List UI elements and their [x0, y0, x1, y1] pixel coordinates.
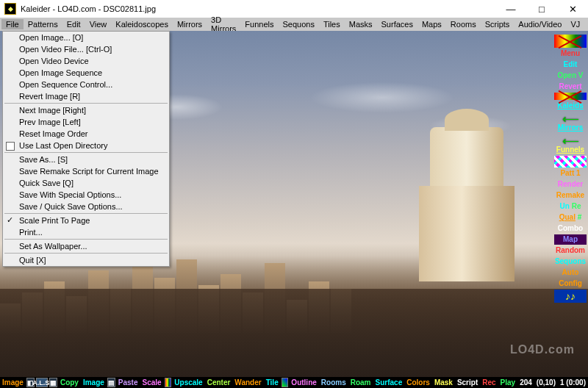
rbtn-patt[interactable]: Patt 1 — [554, 168, 587, 179]
btm-counter: 204 — [517, 378, 534, 387]
file-menu-item[interactable]: Open Video Device — [3, 55, 169, 67]
btm-play[interactable]: Play — [498, 378, 518, 387]
btm-coords: (0,10) — [534, 378, 558, 387]
rbtn-render[interactable]: Render — [554, 179, 587, 190]
rbtn-auto[interactable]: Auto — [554, 267, 587, 278]
menu-audio-video[interactable]: Audio/Video — [514, 19, 566, 29]
menu-separator — [4, 152, 168, 153]
rbtn-open-v[interactable]: Open V — [554, 71, 587, 81]
rbtn-combo[interactable]: Combo — [554, 223, 587, 234]
separator-icon — [554, 93, 587, 100]
minimize-button[interactable]: — — [495, 0, 526, 18]
menu-sequons[interactable]: Sequons — [278, 19, 318, 29]
file-menu-item[interactable]: Set As Wallpaper... — [3, 240, 169, 252]
menu-tiles[interactable]: Tiles — [319, 19, 345, 29]
arrow-left-icon[interactable]: ⟵ — [554, 134, 587, 144]
close-button[interactable]: ✕ — [557, 0, 588, 18]
file-menu-dropdown: Open Image... [O]Open Video File... [Ctr… — [2, 31, 170, 267]
btm-mask[interactable]: Mask — [432, 378, 455, 387]
menu-surfaces[interactable]: Surfaces — [377, 19, 417, 29]
building-tower — [412, 120, 522, 281]
als-icon[interactable]: A.L.S. — [36, 378, 48, 387]
file-menu-item[interactable]: Next Image [Right] — [3, 104, 169, 116]
file-menu-item[interactable]: Quit [X] — [3, 254, 169, 266]
pattern-icon[interactable] — [554, 156, 587, 168]
btm-time: 1 (0:00) — [558, 378, 588, 387]
file-menu-item[interactable]: Open Image... [O] — [3, 32, 169, 43]
file-menu-item[interactable]: Open Video File... [Ctrl-O] — [3, 43, 169, 55]
menu-maps[interactable]: Maps — [417, 19, 446, 29]
watermark: LO4D.com — [510, 343, 575, 356]
bottom-toolbar: Image ◧ A.L.S. ▦ Copy Image ▤ Paste Scal… — [0, 377, 588, 388]
menu-mirrors[interactable]: Mirrors — [173, 19, 207, 29]
btm-wander[interactable]: Wander — [232, 378, 263, 387]
btm-image[interactable]: Image — [0, 378, 26, 387]
btm-center[interactable]: Center — [205, 378, 233, 387]
file-menu-item[interactable]: Print... — [3, 226, 169, 238]
file-menu-item[interactable]: Revert Image [R] — [3, 90, 169, 102]
rbtn-config[interactable]: Config — [554, 279, 587, 289]
menu-vj[interactable]: VJ — [566, 19, 584, 29]
file-menu-item[interactable]: Save With Special Options... — [3, 189, 169, 201]
maximize-button[interactable]: □ — [526, 0, 557, 18]
app-icon — [4, 3, 16, 15]
rbtn-mirrors[interactable]: Mirrors — [554, 123, 587, 133]
close-overlay-icon[interactable] — [554, 35, 587, 48]
rbtn-remake[interactable]: Remake — [554, 190, 587, 201]
file-menu-item[interactable]: Scale Print To Page — [3, 215, 169, 226]
menu-scripts[interactable]: Scripts — [481, 19, 514, 29]
menu-rooms[interactable]: Rooms — [446, 19, 481, 29]
menu-separator — [4, 213, 168, 214]
tool-icon[interactable]: ▤ — [107, 378, 115, 387]
rbtn-sequons[interactable]: Sequons — [554, 256, 587, 267]
tool-icon[interactable]: ▦ — [49, 378, 57, 387]
tile-icon[interactable] — [282, 378, 289, 387]
btm-script[interactable]: Script — [455, 378, 480, 387]
menu-masks[interactable]: Masks — [345, 19, 377, 29]
file-menu-item[interactable]: Open Sequence Control... — [3, 79, 169, 90]
rbtn-menu[interactable]: Menu — [554, 48, 587, 59]
rbtn-random[interactable]: Random — [554, 245, 587, 256]
rainbow-icon[interactable] — [165, 378, 172, 387]
btm-roam[interactable]: Roam — [348, 378, 373, 387]
menu-file[interactable]: File — [1, 19, 24, 29]
rbtn-un-re[interactable]: Un Re — [554, 201, 587, 212]
arrow-left-icon[interactable]: ⟵ — [554, 112, 587, 122]
menu-funnels[interactable]: Funnels — [240, 19, 278, 29]
menu-bar: File Patterns Edit View Kaleidoscopes Mi… — [0, 18, 588, 31]
rbtn-map[interactable]: Map — [554, 234, 587, 245]
rbtn-edit[interactable]: Edit — [554, 60, 587, 70]
btm-rec[interactable]: Rec — [480, 378, 498, 387]
music-icon[interactable]: ♪♪ — [554, 290, 587, 303]
menu-edit[interactable]: Edit — [62, 19, 85, 29]
menu-kaleidoscopes[interactable]: Kaleidoscopes — [111, 19, 173, 29]
btm-colors[interactable]: Colors — [404, 378, 432, 387]
menu-view[interactable]: View — [85, 19, 112, 29]
file-menu-item[interactable]: Save / Quick Save Options... — [3, 201, 169, 212]
btm-paste[interactable]: Paste — [116, 378, 140, 387]
btm-upscale[interactable]: Upscale — [172, 378, 204, 387]
btm-outline[interactable]: Outline — [289, 378, 318, 387]
file-menu-item[interactable]: Open Image Sequence — [3, 67, 169, 79]
btm-tile[interactable]: Tile — [264, 378, 281, 387]
right-toolbar: Menu Edit Open V Revert Kaleids ⟵ Mirror… — [554, 35, 587, 303]
file-menu-item[interactable]: Save As... [S] — [3, 154, 169, 165]
btm-surface[interactable]: Surface — [373, 378, 405, 387]
title-bar: Kaleider - LO4D.com - DSC02811.jpg — □ ✕ — [0, 0, 588, 18]
menu-patterns[interactable]: Patterns — [24, 19, 62, 29]
menu-separator — [4, 239, 168, 240]
file-menu-item[interactable]: Quick Save [Q] — [3, 177, 169, 189]
file-menu-item[interactable]: Prev Image [Left] — [3, 116, 169, 128]
window-title: Kaleider - LO4D.com - DSC02811.jpg — [21, 4, 495, 13]
file-menu-item[interactable]: Reset Image Order — [3, 128, 169, 140]
rbtn-funnels[interactable]: Funnels — [554, 145, 587, 155]
btm-rooms[interactable]: Rooms — [319, 378, 348, 387]
btm-copy[interactable]: Copy — [58, 378, 81, 387]
btm-image2[interactable]: Image — [81, 378, 107, 387]
menu-separator — [4, 253, 168, 254]
file-menu-item[interactable]: Save Remake Script for Current Image — [3, 165, 169, 177]
rbtn-qual[interactable]: Qual # — [554, 212, 587, 223]
file-menu-item[interactable]: Use Last Open Directory — [3, 140, 169, 151]
btm-scale[interactable]: Scale — [140, 378, 164, 387]
menu-separator — [4, 103, 168, 104]
